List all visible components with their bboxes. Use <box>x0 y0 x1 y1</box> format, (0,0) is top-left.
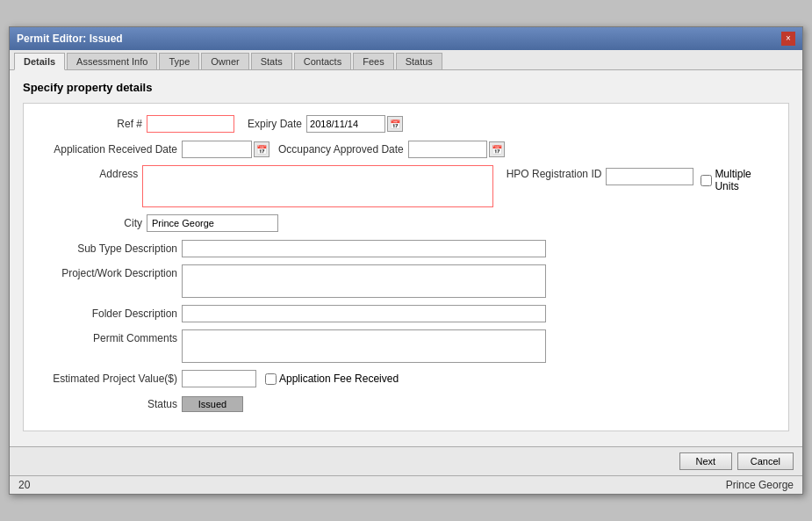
tab-contacts[interactable]: Contacts <box>294 53 351 69</box>
status-bar-right: Prince George <box>726 479 794 491</box>
permit-comments-row: Permit Comments <box>37 329 775 363</box>
app-received-label: Application Received Date <box>37 143 177 156</box>
sub-type-row: Sub Type Description <box>37 239 775 258</box>
tab-owner[interactable]: Owner <box>201 53 248 69</box>
form-area: Ref # Expiry Date 📅 Application Received… <box>23 103 789 431</box>
dates-row: Application Received Date 📅 Occupancy Ap… <box>37 140 775 159</box>
footer-bar: Next Cancel <box>10 446 802 475</box>
expiry-date-input[interactable] <box>306 115 385 133</box>
project-work-row: Project/Work Description <box>37 264 775 298</box>
ref-label: Ref # <box>37 118 142 130</box>
app-fee-label: Application Fee Received <box>279 373 399 385</box>
folder-desc-input[interactable] <box>182 305 546 322</box>
occupancy-input[interactable] <box>408 141 487 158</box>
close-button[interactable]: × <box>781 32 795 46</box>
cancel-button[interactable]: Cancel <box>737 452 794 470</box>
tab-content: Specify property details Ref # Expiry Da… <box>10 70 802 446</box>
permit-editor-dialog: Permit Editor: Issued × Details Assessme… <box>9 26 803 495</box>
tab-bar: Details Assessment Info Type Owner Stats… <box>10 50 802 70</box>
app-received-calendar-icon[interactable]: 📅 <box>254 141 269 157</box>
status-label: Status <box>37 398 177 410</box>
tab-stats[interactable]: Stats <box>251 53 292 69</box>
occupancy-label: Occupancy Approved Date <box>278 143 404 156</box>
occupancy-calendar-icon[interactable]: 📅 <box>489 141 505 157</box>
project-work-label: Project/Work Description <box>37 267 177 279</box>
project-work-input[interactable] <box>182 264 546 298</box>
est-project-row: Estimated Project Value($) Application F… <box>37 369 775 388</box>
app-fee-checkbox[interactable] <box>265 373 277 385</box>
city-input[interactable] <box>147 214 278 232</box>
city-label: City <box>37 217 142 229</box>
status-button[interactable]: Issued <box>182 396 243 412</box>
folder-desc-label: Folder Description <box>37 308 177 320</box>
status-bar-left: 20 <box>18 479 30 491</box>
est-project-input[interactable] <box>182 370 256 387</box>
ref-input[interactable] <box>147 115 234 133</box>
multiple-units-checkbox[interactable] <box>701 175 712 186</box>
address-label: Address <box>37 168 138 180</box>
city-row: City <box>37 213 775 233</box>
status-row: Status Issued <box>37 394 775 414</box>
expiry-date-label: Expiry Date <box>248 118 302 130</box>
address-input[interactable] <box>142 165 492 207</box>
hpo-input[interactable] <box>606 168 693 185</box>
ref-expiry-row: Ref # Expiry Date 📅 <box>37 114 775 134</box>
tab-fees[interactable]: Fees <box>353 53 393 69</box>
sub-type-label: Sub Type Description <box>37 242 177 255</box>
app-received-input[interactable] <box>182 141 252 158</box>
sub-type-input[interactable] <box>182 240 546 257</box>
section-title: Specify property details <box>23 81 789 94</box>
tab-status[interactable]: Status <box>396 53 442 69</box>
tab-assessment-info[interactable]: Assessment Info <box>67 53 157 69</box>
tab-details[interactable]: Details <box>14 53 65 70</box>
permit-comments-input[interactable] <box>182 329 546 363</box>
permit-comments-label: Permit Comments <box>37 332 177 344</box>
tab-type[interactable]: Type <box>159 53 199 69</box>
dialog-title: Permit Editor: Issued <box>17 33 123 45</box>
hpo-label: HPO Registration ID <box>507 168 602 180</box>
status-bar: 20 Prince George <box>10 475 802 494</box>
est-project-label: Estimated Project Value($) <box>37 373 177 385</box>
folder-desc-row: Folder Description <box>37 304 775 323</box>
address-hpo-row: Address HPO Registration ID Multiple Uni… <box>37 165 775 207</box>
title-bar: Permit Editor: Issued × <box>10 27 802 50</box>
expiry-date-calendar-icon[interactable]: 📅 <box>387 116 403 132</box>
multiple-units-label: Multiple Units <box>715 168 775 192</box>
next-button[interactable]: Next <box>679 452 732 470</box>
